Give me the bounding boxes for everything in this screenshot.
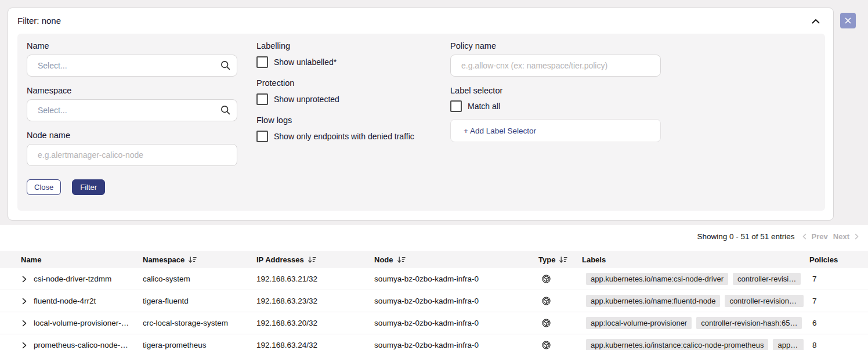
pagination: Showing 0 - 51 of 51 entries Prev Next — [697, 231, 859, 241]
show-unlabelled-checkbox[interactable] — [256, 56, 268, 68]
node-name-input[interactable] — [27, 144, 237, 166]
column-header-node[interactable]: Node — [374, 255, 538, 264]
endpoint-ip-cell: 192.168.63.23/32 — [256, 297, 374, 305]
label-chip: app.… — [773, 339, 804, 350]
column-label: Name — [21, 255, 41, 264]
label-selector-section-label: Label selector — [450, 86, 661, 95]
endpoint-labels-cell: app:local-volume-provisionercontroller-r… — [582, 317, 809, 329]
close-button[interactable]: Close — [27, 179, 61, 195]
endpoint-node-cell: soumya-bz-0zbo-kadm-infra-0 — [374, 341, 538, 349]
endpoint-node-cell: soumya-bz-0zbo-kadm-infra-0 — [374, 319, 538, 327]
endpoint-policies-count: 7 — [809, 275, 868, 283]
endpoint-name-cell: fluentd-node-4rr2t — [14, 297, 143, 305]
column-label: Labels — [582, 255, 606, 264]
column-header-namespace[interactable]: Namespace — [143, 255, 256, 264]
sort-icon — [559, 256, 567, 264]
column-label: Policies — [809, 255, 838, 264]
collapse-panel-button[interactable] — [810, 16, 822, 27]
expand-row-chevron-icon[interactable] — [22, 276, 27, 283]
filter-actions: Close Filter — [27, 179, 237, 195]
table-body: csi-node-driver-tzdmmcalico-system192.16… — [0, 268, 868, 350]
endpoint-labels-cell: app.kubernetes.io/name:csi-node-driverco… — [582, 273, 809, 285]
endpoint-name: csi-node-driver-tzdmm — [34, 275, 111, 283]
chevron-right-icon[interactable] — [855, 233, 859, 240]
column-header-ip-addresses[interactable]: IP Addresses — [256, 255, 374, 264]
endpoint-name: local-volume-provisioner-… — [34, 319, 129, 327]
filter-panel: Filter: none Name Namespace — [8, 8, 834, 221]
namespace-select — [27, 99, 237, 121]
column-header-labels: Labels — [582, 255, 809, 264]
show-unprotected-checkbox[interactable] — [256, 93, 268, 105]
filter-column-right: Policy name Label selector Match all + A… — [450, 34, 661, 142]
column-header-policies: Policies — [809, 255, 868, 264]
match-all-checkbox[interactable] — [450, 100, 462, 112]
denied-traffic-label: Show only endpoints with denied traffic — [274, 132, 414, 141]
policy-name-field — [450, 55, 661, 77]
endpoint-labels-cell: app.kubernetes.io/name:fluentd-nodecontr… — [582, 295, 809, 307]
pod-cube-icon — [541, 274, 551, 284]
expand-row-chevron-icon[interactable] — [22, 342, 27, 349]
endpoint-name: prometheus-calico-node-… — [34, 341, 128, 349]
filter-panel-header: Filter: none — [8, 8, 833, 34]
filter-column-middle: Labelling Show unlabelled* Protection Sh… — [256, 34, 448, 142]
show-unlabelled-label: Show unlabelled* — [274, 57, 337, 67]
endpoint-policies-count: 6 — [809, 319, 868, 327]
endpoint-namespace-cell: tigera-fluentd — [143, 297, 256, 305]
endpoint-namespace-cell: tigera-prometheus — [143, 341, 256, 349]
column-header-type[interactable]: Type — [538, 255, 582, 264]
label-chip: controller-revisi… — [733, 273, 801, 285]
endpoint-ip-cell: 192.168.63.24/32 — [256, 341, 374, 349]
pagination-nav: Prev Next — [802, 232, 859, 241]
table-header-row: Name Namespace IP Addresses Node Type — [0, 251, 868, 268]
endpoint-node-cell: soumya-bz-0zbo-kadm-infra-0 — [374, 297, 538, 305]
sort-icon — [308, 256, 316, 264]
show-unprotected-label: Show unprotected — [274, 95, 339, 104]
match-all-row: Match all — [450, 100, 661, 112]
label-chip: controller-revision-… — [725, 295, 804, 307]
endpoint-labels-cell: app.kubernetes.io/instance:calico-node-p… — [582, 339, 809, 350]
pod-cube-icon — [541, 340, 551, 350]
namespace-select-input[interactable] — [27, 99, 237, 121]
expand-row-chevron-icon[interactable] — [22, 320, 27, 327]
endpoint-type-cell — [538, 296, 582, 306]
name-field-label: Name — [27, 41, 237, 50]
prev-page-link[interactable]: Prev — [812, 232, 828, 241]
chevron-left-icon[interactable] — [802, 233, 806, 240]
endpoint-name-cell: prometheus-calico-node-… — [14, 341, 143, 349]
table-row[interactable]: csi-node-driver-tzdmmcalico-system192.16… — [0, 268, 868, 290]
table-row[interactable]: prometheus-calico-node-…tigera-prometheu… — [0, 334, 868, 350]
endpoint-ip-cell: 192.168.63.21/32 — [256, 275, 374, 283]
next-page-link[interactable]: Next — [833, 232, 849, 241]
flow-logs-section-label: Flow logs — [256, 116, 448, 125]
labelling-section-label: Labelling — [256, 41, 448, 50]
denied-traffic-checkbox[interactable] — [256, 131, 268, 142]
sort-icon — [397, 256, 406, 264]
table-row[interactable]: fluentd-node-4rr2ttigera-fluentd192.168.… — [0, 290, 868, 312]
endpoint-policies-count: 7 — [809, 297, 868, 305]
add-label-selector-button[interactable]: + Add Label Selector — [450, 119, 661, 142]
endpoint-policies-count: 8 — [809, 341, 868, 349]
policy-name-field-label: Policy name — [450, 41, 661, 50]
pod-cube-icon — [541, 318, 551, 328]
name-select-input[interactable] — [27, 55, 237, 77]
column-label: Type — [538, 255, 555, 264]
filter-button[interactable]: Filter — [72, 179, 105, 195]
show-unlabelled-row: Show unlabelled* — [256, 56, 448, 68]
label-chip: app.kubernetes.io/instance:calico-node-p… — [586, 339, 768, 350]
policy-name-input[interactable] — [450, 55, 661, 77]
expand-row-chevron-icon[interactable] — [22, 298, 27, 305]
label-chip: app.kubernetes.io/name:fluentd-node — [586, 295, 720, 307]
label-chip: app:local-volume-provisioner — [586, 317, 692, 329]
match-all-label: Match all — [468, 102, 500, 111]
endpoint-name-cell: local-volume-provisioner-… — [14, 319, 143, 327]
node-name-field-label: Node name — [27, 131, 237, 140]
sort-icon — [188, 256, 197, 264]
label-chip: controller-revision-hash:65… — [696, 317, 802, 329]
endpoint-type-cell — [538, 274, 582, 284]
endpoint-type-cell — [538, 318, 582, 328]
panel-close-button[interactable] — [840, 13, 856, 28]
show-unprotected-row: Show unprotected — [256, 93, 448, 105]
endpoint-type-cell — [538, 340, 582, 350]
column-label: Node — [374, 255, 393, 264]
table-row[interactable]: local-volume-provisioner-…crc-local-stor… — [0, 312, 868, 334]
